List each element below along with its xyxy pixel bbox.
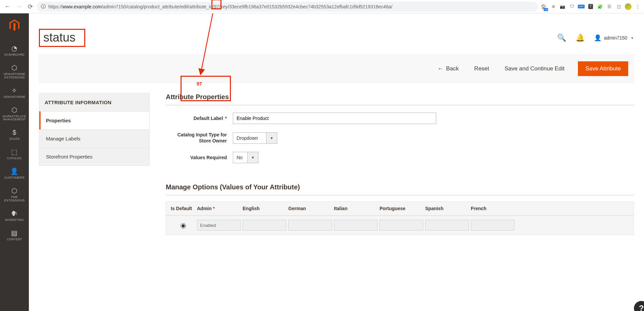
- nav-back-button[interactable]: ←: [3, 2, 12, 11]
- profile-avatar[interactable]: [625, 3, 632, 10]
- ext-icon-t[interactable]: T: [587, 3, 594, 10]
- ext-icon-shield[interactable]: 🛡: [568, 3, 576, 10]
- browser-toolbar: ← → ⟳ ⓘ https://www.example.com/admin715…: [0, 0, 644, 13]
- chrome-menu-button[interactable]: ⋮: [634, 3, 641, 10]
- reading-list-icon[interactable]: ☰: [606, 3, 613, 10]
- nav-forward-button[interactable]: →: [14, 2, 23, 11]
- ext-icon-1[interactable]: 🏠23: [540, 3, 547, 10]
- site-info-icon[interactable]: ⓘ: [41, 4, 46, 10]
- nav-reload-button[interactable]: ⟳: [26, 2, 35, 11]
- url-text: https://www.example.com/admin7150/catalo…: [48, 4, 534, 9]
- ext-icon-off[interactable]: OFF: [578, 3, 585, 10]
- url-bar[interactable]: ⓘ https://www.example.com/admin7150/cata…: [37, 2, 538, 12]
- extensions-button[interactable]: 🧩: [596, 3, 604, 10]
- ext-icon-translate[interactable]: अ: [549, 3, 557, 10]
- side-panel-icon[interactable]: ◫: [615, 3, 623, 10]
- ext-icon-camera[interactable]: 📷: [559, 3, 566, 10]
